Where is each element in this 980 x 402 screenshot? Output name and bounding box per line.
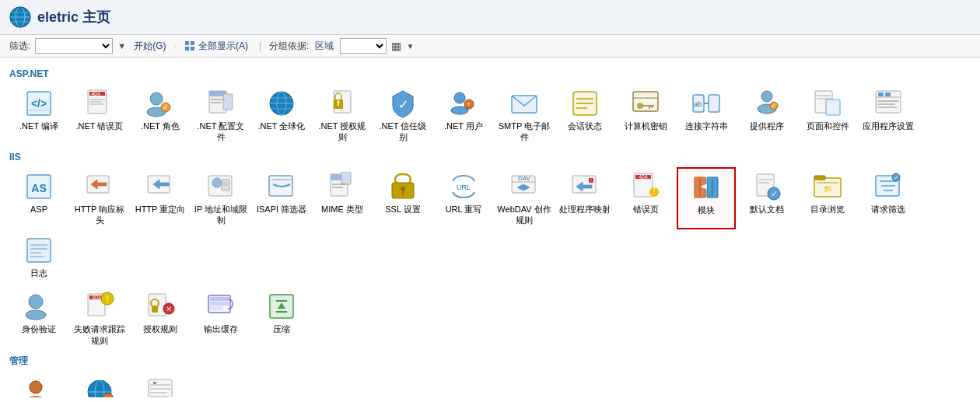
icon-item-error-page[interactable]: 404!错误页 bbox=[616, 167, 675, 230]
icon-item-dir-browse[interactable]: 📁目录浏览 bbox=[798, 167, 857, 230]
svg-point-127 bbox=[29, 295, 43, 309]
icon-item-iis-manager-rights[interactable]: IIS 管理器权限 bbox=[9, 372, 68, 397]
icon-item-smtp-email[interactable]: SMTP 电子邮件 bbox=[495, 84, 554, 147]
icon-item-connection-string[interactable]: ab连接字符串 bbox=[677, 84, 736, 147]
icon-item-asp[interactable]: ASASP bbox=[9, 167, 68, 230]
icon-item-isapi-filter[interactable]: ISAPI 筛选器 bbox=[252, 167, 311, 230]
icon-net-auth-rules bbox=[327, 88, 358, 119]
icon-ssl-settings bbox=[387, 171, 418, 202]
icon-label-compress: 压缩 bbox=[273, 323, 290, 334]
icon-label-failed-req: 失败请求跟踪规则 bbox=[72, 323, 127, 346]
icon-item-ip-domain[interactable]: IP 地址和域限制 bbox=[191, 167, 250, 230]
region-select[interactable] bbox=[340, 38, 387, 54]
icon-item-web-platform[interactable]: ↓Web 平台安装程序 bbox=[70, 372, 129, 397]
icon-item-net-config[interactable]: .NET 配置文件 bbox=[191, 84, 250, 147]
icon-item-auth[interactable]: 身份验证 bbox=[9, 287, 68, 350]
svg-rect-47 bbox=[633, 92, 658, 111]
icon-net-users: + bbox=[448, 88, 479, 119]
svg-text:✕: ✕ bbox=[166, 305, 172, 313]
icon-providers: ✓ bbox=[751, 88, 782, 119]
icon-http-redirect bbox=[145, 171, 176, 202]
icon-grid-iis: ASASPHTTP 响应标头HTTP 重定向IP 地址和域限制ISAPI 筛选器… bbox=[9, 167, 971, 283]
svg-text:ab: ab bbox=[694, 100, 702, 108]
icon-item-net-auth-rules[interactable]: .NET 授权规则 bbox=[313, 84, 372, 147]
toolbar: 筛选: ▼ 开始(G) · 全部显示(A) | 分组依据: 区域 ▦ ▼ bbox=[0, 35, 980, 58]
icon-item-request-filter[interactable]: ✓请求筛选 bbox=[859, 167, 918, 230]
section-title-iis: IIS bbox=[9, 152, 971, 164]
icon-label-net-global: .NET 全球化 bbox=[258, 121, 306, 131]
header-globe-icon bbox=[9, 6, 31, 28]
icon-config-editor bbox=[145, 376, 176, 397]
icon-http-redirect-header bbox=[84, 171, 115, 202]
svg-rect-7 bbox=[191, 41, 194, 45]
icon-logs bbox=[23, 235, 54, 266]
svg-text:✓: ✓ bbox=[398, 98, 408, 111]
icon-url-rewrite: URL bbox=[448, 171, 479, 202]
svg-text:404: 404 bbox=[91, 91, 100, 96]
region-label: 区域 bbox=[315, 40, 334, 53]
icon-item-net-users[interactable]: +.NET 用户 bbox=[434, 84, 493, 147]
icon-item-compress[interactable]: 压缩 bbox=[252, 287, 311, 350]
svg-point-18 bbox=[150, 93, 163, 105]
icon-item-net-role[interactable]: ✓.NET 角色 bbox=[131, 84, 190, 147]
icon-label-handler-mapping: 处理程序映射 bbox=[559, 204, 611, 215]
icon-item-failed-req[interactable]: 404!失败请求跟踪规则 bbox=[70, 287, 129, 350]
icon-item-http-redirect-header[interactable]: HTTP 响应标头 bbox=[70, 167, 129, 230]
main-content: ASP.NET</>.NET 编译404.NET 错误页✓.NET 角色.NET… bbox=[0, 58, 980, 397]
icon-item-auth-rules2[interactable]: ✕授权规则 bbox=[131, 287, 190, 350]
icon-item-app-settings[interactable]: 应用程序设置 bbox=[859, 84, 918, 147]
svg-point-146 bbox=[30, 381, 42, 393]
icon-item-mime-type[interactable]: MIME 类型 bbox=[313, 167, 372, 230]
icon-item-logs[interactable]: 日志 bbox=[9, 231, 68, 282]
icon-compress bbox=[266, 291, 297, 322]
svg-text:+: + bbox=[467, 100, 471, 108]
icon-item-net-compile[interactable]: </>.NET 编译 bbox=[9, 84, 68, 147]
svg-text:URL: URL bbox=[457, 184, 471, 191]
svg-rect-84 bbox=[341, 172, 351, 184]
start-button[interactable]: 开始(G) bbox=[131, 39, 169, 54]
svg-point-77 bbox=[212, 178, 222, 187]
icon-label-logs: 日志 bbox=[30, 267, 47, 278]
filter-select[interactable] bbox=[35, 38, 113, 54]
svg-rect-113 bbox=[814, 176, 825, 180]
svg-point-128 bbox=[26, 310, 46, 320]
svg-text:↓: ↓ bbox=[107, 395, 110, 397]
icon-isapi-filter bbox=[266, 171, 297, 202]
funnel-icon: ▼ bbox=[117, 41, 126, 51]
icon-item-net-trust[interactable]: ✓.NET 信任级别 bbox=[373, 84, 432, 147]
grid-view-icon[interactable]: ▦ bbox=[391, 40, 401, 52]
icon-item-config-editor[interactable]: 配置编辑器 bbox=[131, 372, 190, 397]
icon-item-webdav[interactable]: DAVWebDAV 创作规则 bbox=[495, 167, 554, 230]
icon-item-default-doc[interactable]: ✓默认文档 bbox=[737, 167, 796, 230]
icon-item-pages-controls[interactable]: 页面和控件 bbox=[798, 84, 857, 147]
icon-item-handler-mapping[interactable]: !处理程序映射 bbox=[555, 167, 614, 230]
icon-item-machine-key[interactable]: 计算机密钥 bbox=[616, 84, 675, 147]
svg-rect-9 bbox=[191, 47, 194, 51]
svg-point-38 bbox=[454, 93, 465, 103]
icon-item-providers[interactable]: ✓提供程序 bbox=[737, 84, 796, 147]
icon-item-net-error-page[interactable]: 404.NET 错误页 bbox=[70, 84, 129, 147]
icon-label-ssl-settings: SSL 设置 bbox=[385, 204, 420, 215]
icon-label-net-auth-rules: .NET 授权规则 bbox=[315, 121, 369, 143]
icon-label-machine-key: 计算机密钥 bbox=[625, 121, 667, 131]
icon-label-default-doc: 默认文档 bbox=[750, 204, 784, 215]
icon-iis-manager-rights bbox=[23, 376, 54, 397]
filter-label: 筛选: bbox=[9, 40, 30, 53]
svg-text:AS: AS bbox=[31, 182, 46, 194]
show-all-button[interactable]: 全部显示(A) bbox=[181, 39, 251, 54]
group-by-label: 分组依据: bbox=[269, 40, 309, 53]
svg-text:✓: ✓ bbox=[163, 103, 169, 111]
icon-item-session-state[interactable]: 会话状态 bbox=[555, 84, 614, 147]
svg-rect-141 bbox=[210, 302, 229, 306]
icon-item-url-rewrite[interactable]: URLURL 重写 bbox=[434, 167, 493, 230]
icon-item-modules[interactable]: 模块 bbox=[677, 167, 736, 230]
icon-item-ssl-settings[interactable]: SSL 设置 bbox=[373, 167, 432, 230]
icon-item-http-redirect[interactable]: HTTP 重定向 bbox=[131, 167, 190, 230]
svg-rect-140 bbox=[210, 297, 229, 301]
icon-item-output-cache[interactable]: 输出缓存 bbox=[191, 287, 250, 350]
icon-label-request-filter: 请求筛选 bbox=[871, 204, 905, 215]
svg-text:📁: 📁 bbox=[824, 184, 833, 194]
icon-item-net-global[interactable]: .NET 全球化 bbox=[252, 84, 311, 147]
icon-net-global bbox=[266, 88, 297, 119]
grid-view-dropdown[interactable]: ▼ bbox=[406, 42, 414, 51]
